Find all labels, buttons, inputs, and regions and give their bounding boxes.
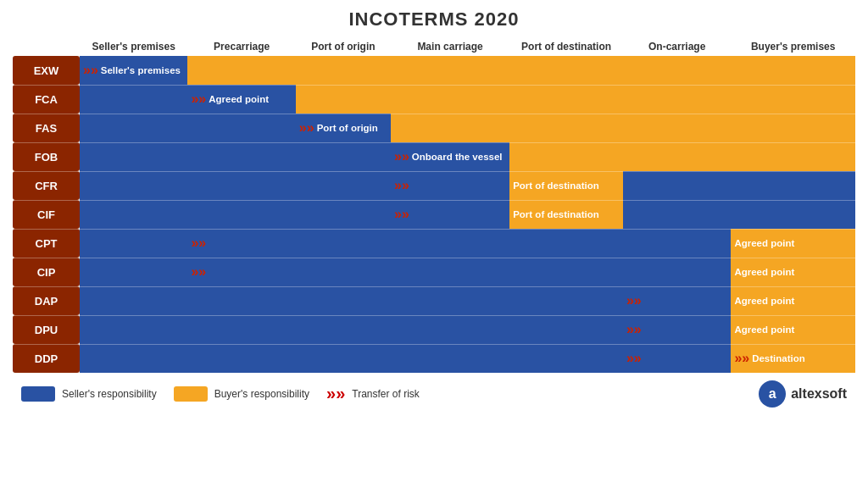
table-row: DDP»»»»Destination — [13, 344, 855, 373]
cell-dap-origin — [296, 286, 391, 315]
cell-cip-origin — [296, 258, 391, 286]
cell-ddp-oncarriage: »» — [623, 344, 731, 373]
cell-cfr-destination: Port of destination — [509, 171, 623, 200]
col-header-main: Main carriage — [391, 37, 509, 56]
cell-text: Agreed point — [734, 267, 794, 277]
cell-text: Agreed point — [734, 238, 794, 248]
transfer-risk-icon: »» — [394, 208, 409, 221]
cell-exw-oncarriage — [623, 56, 731, 85]
cell-fas-seller — [80, 114, 187, 142]
row-label-fob: FOB — [13, 142, 80, 171]
cell-cfr-seller — [80, 171, 187, 200]
legend-risk-arrows: »» — [326, 384, 345, 403]
transfer-risk-icon: »» — [394, 179, 409, 192]
legend-buyer: Buyer's responsibility — [174, 386, 309, 402]
cell-fas-origin: »»Port of origin — [296, 114, 391, 142]
table-row: FAS»»Port of origin — [13, 114, 855, 142]
cell-dpu-oncarriage: »» — [623, 315, 731, 344]
cell-cif-origin — [296, 200, 391, 229]
col-header-seller: Seller's premises — [80, 37, 187, 56]
cell-text: Port of destination — [513, 209, 599, 219]
cell-cpt-seller — [80, 229, 187, 258]
table-row: CIP»»Agreed point — [13, 258, 855, 286]
table-row: FCA»»Agreed point — [13, 85, 855, 114]
cell-exw-precarriage — [187, 56, 295, 85]
cell-cpt-precarriage: »» — [187, 229, 295, 258]
legend-seller: Seller's responsibility — [21, 386, 157, 402]
table-row: EXW»»Seller's premises — [13, 56, 855, 85]
cell-fca-main — [391, 85, 509, 114]
altex-logo: a altexsoft — [759, 380, 847, 408]
cell-dap-seller — [80, 286, 187, 315]
table-row: CFR»»Port of destination — [13, 171, 855, 200]
transfer-risk-icon: »» — [191, 265, 206, 279]
cell-dap-precarriage — [187, 286, 295, 315]
cell-cif-seller — [80, 200, 187, 229]
cell-dpu-buyer: Agreed point — [731, 315, 855, 344]
cell-dpu-precarriage — [187, 315, 295, 344]
cell-cfr-precarriage — [187, 171, 295, 200]
altex-logo-icon: a — [759, 380, 786, 408]
transfer-risk-icon: »» — [191, 92, 206, 106]
cell-fca-oncarriage — [623, 85, 731, 114]
cell-cpt-oncarriage — [623, 229, 731, 258]
cell-text: Agreed point — [734, 296, 794, 306]
cell-text: Port of destination — [513, 180, 599, 191]
cell-cif-main: »» — [391, 200, 509, 229]
row-label-fas: FAS — [13, 114, 80, 142]
cell-dap-main — [391, 286, 509, 315]
cell-cip-precarriage: »» — [187, 258, 295, 286]
cell-cip-destination — [509, 258, 623, 286]
cell-text: Agreed point — [209, 94, 269, 104]
col-header-origin: Port of origin — [296, 37, 391, 56]
col-header-buyer: Buyer's premises — [731, 37, 855, 56]
cell-dap-destination — [509, 286, 623, 315]
page-title: INCOTERMS 2020 — [13, 8, 855, 30]
cell-cfr-oncarriage — [623, 171, 731, 200]
cell-text: Seller's premises — [101, 65, 181, 75]
cell-text: Agreed point — [734, 324, 794, 335]
cell-fob-origin — [296, 142, 391, 171]
incoterms-table: Seller's premises Precarriage Port of or… — [13, 37, 855, 374]
col-header-precarriage: Precarriage — [187, 37, 295, 56]
cell-cip-oncarriage — [623, 258, 731, 286]
legend-risk-label: Transfer of risk — [352, 388, 420, 400]
cell-fas-precarriage — [187, 114, 295, 142]
cell-cfr-origin — [296, 171, 391, 200]
col-header-oncarriage: On-carriage — [623, 37, 731, 56]
row-label-dpu: DPU — [13, 315, 80, 344]
cell-text: Onboard the vessel — [412, 152, 503, 162]
cell-cif-oncarriage — [623, 200, 731, 229]
table-row: DPU»»Agreed point — [13, 315, 855, 344]
col-header-empty — [13, 37, 80, 56]
cell-cpt-destination — [509, 229, 623, 258]
legend-buyer-label: Buyer's responsibility — [214, 388, 309, 400]
col-header-destination: Port of destination — [509, 37, 623, 56]
cell-cpt-origin — [296, 229, 391, 258]
table-row: CIF»»Port of destination — [13, 200, 855, 229]
cell-exw-destination — [509, 56, 623, 85]
transfer-risk-icon: »» — [394, 150, 409, 164]
legend-left: Seller's responsibility Buyer's responsi… — [21, 384, 420, 403]
cell-exw-origin — [296, 56, 391, 85]
cell-dpu-origin — [296, 315, 391, 344]
cell-fca-precarriage: »»Agreed point — [187, 85, 295, 114]
row-label-ddp: DDP — [13, 344, 80, 373]
cell-text: Port of origin — [317, 123, 378, 133]
cell-cip-buyer: Agreed point — [731, 258, 855, 286]
row-label-dap: DAP — [13, 286, 80, 315]
cell-ddp-buyer: »»Destination — [731, 344, 855, 373]
cell-text: Destination — [752, 353, 805, 363]
cell-fas-buyer — [731, 114, 855, 142]
cell-fas-destination — [509, 114, 623, 142]
cell-fas-oncarriage — [623, 114, 731, 142]
row-label-cpt: CPT — [13, 229, 80, 258]
cell-cpt-buyer: Agreed point — [731, 229, 855, 258]
cell-fca-destination — [509, 85, 623, 114]
transfer-risk-icon: »» — [299, 121, 314, 135]
transfer-risk-icon: »» — [626, 323, 642, 336]
cell-exw-buyer — [731, 56, 855, 85]
cell-cip-main — [391, 258, 509, 286]
cell-cif-precarriage — [187, 200, 295, 229]
legend: Seller's responsibility Buyer's responsi… — [13, 380, 855, 408]
